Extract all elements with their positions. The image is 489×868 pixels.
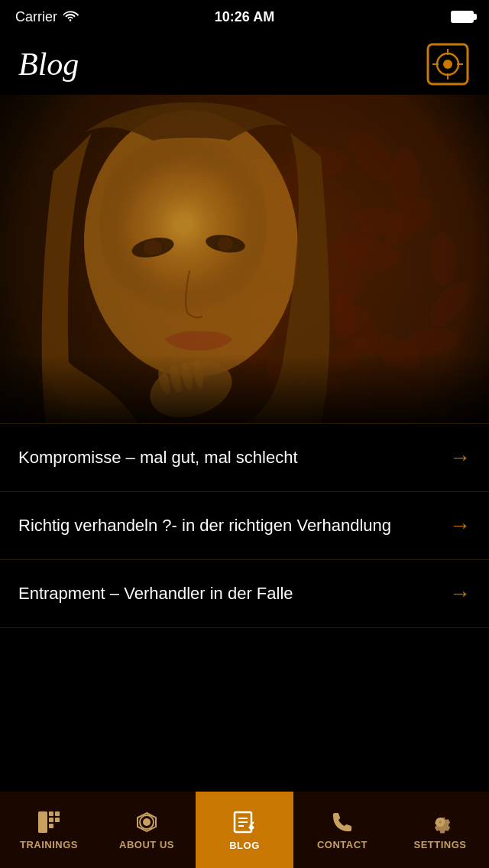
battery-icon bbox=[451, 11, 474, 23]
header: Blog bbox=[0, 34, 489, 95]
wifi-icon bbox=[63, 11, 79, 23]
app-logo bbox=[425, 41, 471, 87]
status-bar-time: 10:26 AM bbox=[215, 9, 274, 25]
about-us-icon bbox=[134, 810, 159, 834]
svg-rect-12 bbox=[55, 818, 60, 822]
svg-rect-11 bbox=[55, 811, 60, 816]
svg-point-13 bbox=[143, 818, 151, 826]
svg-rect-7 bbox=[38, 811, 47, 833]
status-bar-right bbox=[451, 11, 474, 23]
carrier-label: Carrier bbox=[15, 9, 57, 25]
tab-contact-label: Contact bbox=[317, 839, 368, 850]
tab-about-us[interactable]: About Us bbox=[98, 792, 196, 868]
status-bar: Carrier 10:26 AM bbox=[0, 0, 489, 34]
blog-item-1-title: Kompromisse – mal gut, mal schlecht bbox=[18, 447, 449, 469]
tab-contact[interactable]: Contact bbox=[293, 792, 391, 868]
blog-icon bbox=[232, 809, 257, 835]
contact-icon bbox=[330, 810, 355, 834]
blog-item-2-arrow: → bbox=[449, 513, 471, 538]
blog-item-3-title: Entrapment – Verhandler in der Falle bbox=[18, 583, 449, 605]
tab-settings[interactable]: Settings bbox=[391, 792, 489, 868]
blog-item-1-arrow: → bbox=[449, 445, 471, 470]
blog-item-3-arrow: → bbox=[449, 581, 471, 606]
blog-item-3[interactable]: Entrapment – Verhandler in der Falle → bbox=[0, 560, 489, 628]
svg-rect-8 bbox=[49, 811, 53, 816]
settings-icon bbox=[428, 810, 452, 834]
page-title: Blog bbox=[18, 46, 79, 83]
hero-canvas bbox=[0, 95, 489, 423]
tab-trainings-label: Trainings bbox=[20, 839, 78, 850]
trainings-icon bbox=[37, 810, 61, 834]
tab-blog[interactable]: Blog bbox=[196, 792, 293, 868]
tab-trainings[interactable]: Trainings bbox=[0, 792, 98, 868]
svg-point-2 bbox=[443, 60, 452, 69]
tab-bar: Trainings About Us Blog Contact bbox=[0, 792, 489, 868]
tab-about-us-label: About Us bbox=[119, 839, 174, 850]
hero-image bbox=[0, 95, 489, 423]
tab-blog-label: Blog bbox=[229, 840, 260, 851]
svg-rect-10 bbox=[49, 824, 53, 828]
svg-rect-9 bbox=[49, 818, 53, 822]
status-bar-left: Carrier bbox=[15, 9, 79, 25]
blog-item-2[interactable]: Richtig verhandeln ?- in der richtigen V… bbox=[0, 492, 489, 560]
blog-item-1[interactable]: Kompromisse – mal gut, mal schlecht → bbox=[0, 423, 489, 492]
tab-settings-label: Settings bbox=[413, 839, 466, 850]
blog-list: Kompromisse – mal gut, mal schlecht → Ri… bbox=[0, 423, 489, 628]
blog-item-2-title: Richtig verhandeln ?- in der richtigen V… bbox=[18, 515, 449, 537]
